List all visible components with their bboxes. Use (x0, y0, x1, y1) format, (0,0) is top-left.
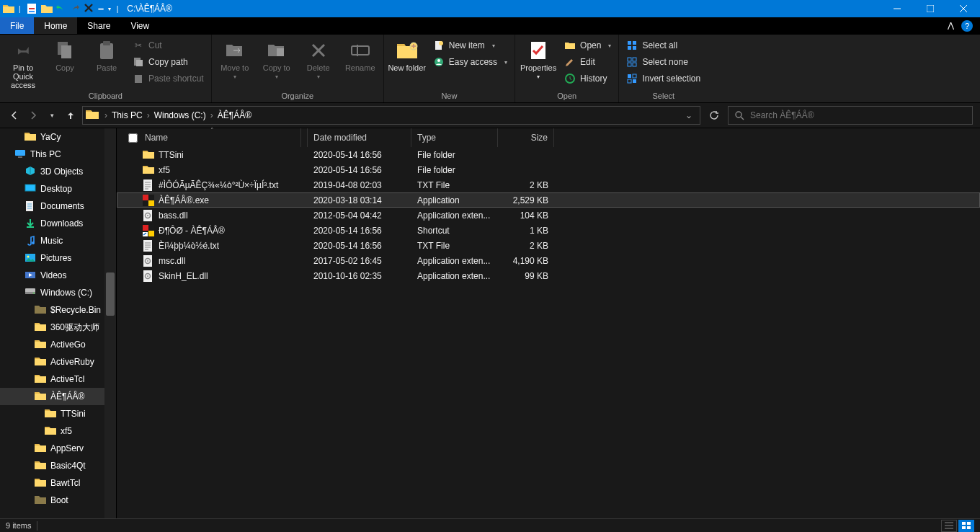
chevron-right-icon[interactable]: › (209, 110, 215, 120)
open-button[interactable]: Open▾ (560, 37, 615, 53)
qat-dropdown-icon[interactable]: ═ (99, 5, 104, 13)
cut-button[interactable]: ✂Cut (128, 37, 208, 53)
pin-button[interactable]: Pin to Quick access (3, 36, 43, 89)
tree-item[interactable]: YaCy (0, 128, 116, 146)
tree-item[interactable]: 3D Objects (0, 163, 116, 180)
breadcrumb-dropdown[interactable]: ⌄ (681, 110, 697, 120)
tree-item[interactable]: This PC (0, 146, 116, 163)
history-button[interactable]: History (560, 71, 615, 87)
col-date[interactable]: Date modified (308, 128, 411, 147)
tree-item[interactable]: Basic4Qt (0, 457, 116, 474)
tree-item[interactable]: TTSini (0, 405, 116, 422)
select-all-checkbox[interactable] (128, 133, 138, 143)
crumb-current[interactable]: ÀÊ¶ÁÅ® (215, 110, 254, 120)
tree-item[interactable]: Windows (C:) (0, 284, 116, 301)
tree-item[interactable]: Music (0, 232, 116, 249)
svg-rect-20 (628, 41, 631, 45)
tab-share[interactable]: Share (77, 17, 120, 34)
tree-item[interactable]: AppServ (0, 440, 116, 457)
paste-button[interactable]: Paste (86, 36, 127, 72)
file-row[interactable]: Èí¼þþ¼ò½é.txt2020-05-14 16:56TXT File2 K… (117, 238, 980, 253)
properties-button[interactable]: Properties▾ (518, 36, 558, 80)
copy-path-button[interactable]: Copy path (128, 54, 208, 70)
paste-shortcut-button[interactable]: Paste shortcut (128, 71, 208, 87)
tree-item[interactable]: Boot (0, 492, 116, 509)
select-none-button[interactable]: Select none (622, 54, 705, 70)
col-name[interactable]: Name ˄ (117, 128, 308, 147)
easy-access-button[interactable]: Easy access▾ (429, 54, 512, 70)
forward-button[interactable] (26, 108, 40, 123)
view-large-icons-button[interactable] (958, 520, 974, 532)
copy-button[interactable]: Copy (45, 36, 85, 72)
chevron-right-icon[interactable]: › (146, 110, 151, 120)
tree-item[interactable]: $Recycle.Bin (0, 301, 116, 319)
file-row[interactable]: msc.dll2017-05-02 16:45Application exten… (117, 253, 980, 268)
folder-icon (143, 149, 154, 161)
view-details-button[interactable] (941, 520, 957, 532)
file-row[interactable]: SkinH_EL.dll2010-10-16 02:35Application … (117, 268, 980, 283)
new-folder-button[interactable]: New folder (387, 36, 427, 72)
close-button[interactable] (947, 0, 980, 17)
delete-button[interactable]: Delete▾ (298, 36, 339, 80)
file-row[interactable]: xf52020-05-14 16:56File folder (117, 162, 980, 177)
down-icon (24, 218, 36, 229)
minimize-button[interactable] (881, 0, 914, 17)
tree-item[interactable]: BawtTcl (0, 474, 116, 492)
tree-scrollbar[interactable] (104, 128, 116, 518)
search-box[interactable]: Search ÀÊ¶ÁÅ® (728, 106, 973, 125)
tree-item[interactable]: Desktop (0, 180, 116, 198)
file-type: Application exten... (411, 210, 498, 221)
qat-redo-icon[interactable] (70, 4, 80, 14)
tab-view[interactable]: View (120, 17, 159, 34)
qat-newfolder-icon[interactable] (41, 4, 51, 14)
select-all-button[interactable]: Select all (622, 37, 705, 53)
recent-dropdown[interactable]: ▾ (45, 108, 59, 123)
move-to-button[interactable]: Move to▾ (215, 36, 255, 80)
tree-item[interactable]: Downloads (0, 215, 116, 232)
invert-selection-button[interactable]: Invert selection (622, 71, 705, 87)
tree-item[interactable]: Documents (0, 198, 116, 215)
maximize-button[interactable] (914, 0, 947, 17)
crumb-drive[interactable]: Windows (C:) (151, 110, 209, 120)
file-row[interactable]: ÀÊ¶ÁÅ®.exe2020-03-18 03:14Application2,5… (117, 192, 980, 208)
svg-rect-60 (967, 522, 971, 525)
col-type[interactable]: Type (411, 128, 498, 147)
qat-delete-icon[interactable] (84, 4, 94, 14)
chevron-right-icon[interactable]: › (103, 110, 109, 120)
edit-button[interactable]: Edit (560, 54, 615, 70)
tree-item-label: ActiveTcl (50, 374, 84, 384)
tree-item[interactable]: ActiveTcl (0, 371, 116, 388)
file-row[interactable]: #ÌÔÓÃµÃÊÇ¾«¼ò°²Ù×÷ÏµÍ³.txt2019-04-08 02:… (117, 177, 980, 192)
tree-item[interactable]: ActiveRuby (0, 353, 116, 371)
qat-chevron-icon[interactable]: ▾ (108, 6, 111, 12)
tree-item[interactable]: Videos (0, 267, 116, 284)
file-name: ÀÊ¶ÁÅ®.exe (159, 195, 209, 205)
tree-item[interactable]: 360驱动大师 (0, 319, 116, 336)
crumb-this-pc[interactable]: This PC (109, 110, 146, 120)
tab-file[interactable]: File (0, 17, 34, 34)
file-row[interactable]: bass.dll2012-05-04 04:42Application exte… (117, 208, 980, 223)
tree-item-label: Basic4Qt (50, 461, 86, 471)
ribbon-collapse-icon[interactable]: ⋀ (948, 21, 954, 30)
refresh-button[interactable] (705, 106, 723, 125)
up-button[interactable] (63, 108, 78, 123)
help-icon[interactable]: ? (961, 20, 973, 32)
tree-item[interactable]: ActiveGo (0, 336, 116, 353)
tree-item[interactable]: ÀÊ¶ÁÅ® (0, 388, 116, 405)
qat-properties-icon[interactable] (27, 4, 37, 14)
tree-item[interactable]: Pictures (0, 249, 116, 267)
copy-to-button[interactable]: Copy to▾ (257, 36, 297, 80)
qat-undo-icon[interactable] (55, 4, 66, 14)
open-icon (564, 40, 576, 51)
file-row[interactable]: TTSini2020-05-14 16:56File folder (117, 147, 980, 162)
tab-home[interactable]: Home (34, 17, 77, 34)
rename-button[interactable]: Rename (340, 36, 380, 72)
scrollbar-thumb[interactable] (106, 272, 115, 316)
back-button[interactable] (7, 108, 22, 123)
new-item-button[interactable]: New item▾ (429, 37, 512, 53)
col-size[interactable]: Size (498, 128, 554, 147)
copyto-icon (265, 39, 288, 62)
breadcrumb[interactable]: › This PC › Windows (C:) › ÀÊ¶ÁÅ® ⌄ (82, 106, 700, 125)
file-row[interactable]: Ð¶ÔØ - ÀÊ¶ÁÅ®2020-05-14 16:56Shortcut1 K… (117, 223, 980, 238)
tree-item[interactable]: xf5 (0, 422, 116, 440)
